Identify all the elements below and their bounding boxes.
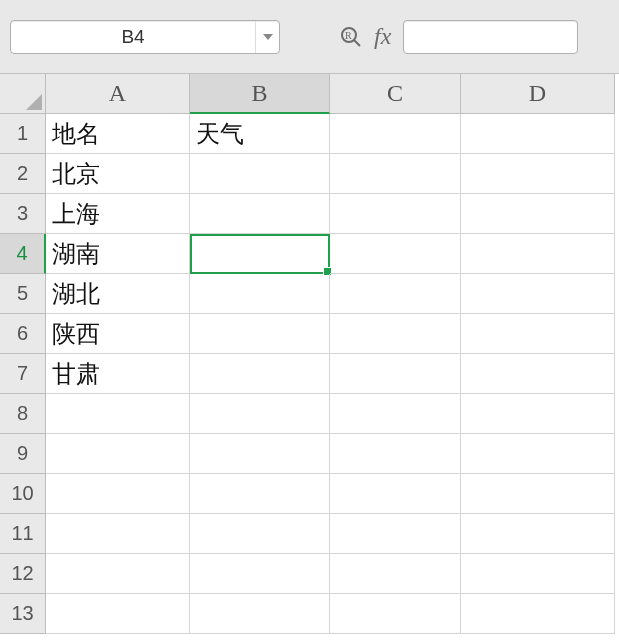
cell-D2[interactable] bbox=[461, 154, 615, 194]
cell-C1[interactable] bbox=[330, 114, 461, 154]
cell-A7[interactable]: 甘肃 bbox=[46, 354, 190, 394]
cell-D8[interactable] bbox=[461, 394, 615, 434]
cell-B7[interactable] bbox=[190, 354, 330, 394]
cell-C3[interactable] bbox=[330, 194, 461, 234]
svg-line-1 bbox=[354, 40, 360, 46]
cell-C6[interactable] bbox=[330, 314, 461, 354]
cell-A2[interactable]: 北京 bbox=[46, 154, 190, 194]
row-header-12[interactable]: 12 bbox=[0, 554, 46, 594]
column-header-B[interactable]: B bbox=[190, 74, 330, 114]
select-all-corner[interactable] bbox=[0, 74, 46, 114]
row-header-13[interactable]: 13 bbox=[0, 594, 46, 634]
cell-D10[interactable] bbox=[461, 474, 615, 514]
cell-B3[interactable] bbox=[190, 194, 330, 234]
cell-A13[interactable] bbox=[46, 594, 190, 634]
cell-B9[interactable] bbox=[190, 434, 330, 474]
cell-C10[interactable] bbox=[330, 474, 461, 514]
row-header-1[interactable]: 1 bbox=[0, 114, 46, 154]
name-box-wrap bbox=[10, 20, 280, 54]
row-header-6[interactable]: 6 bbox=[0, 314, 46, 354]
cell-C2[interactable] bbox=[330, 154, 461, 194]
cell-B1[interactable]: 天气 bbox=[190, 114, 330, 154]
cell-A4[interactable]: 湖南 bbox=[46, 234, 190, 274]
row-header-5[interactable]: 5 bbox=[0, 274, 46, 314]
cell-B6[interactable] bbox=[190, 314, 330, 354]
cell-D13[interactable] bbox=[461, 594, 615, 634]
formula-area: R fx bbox=[340, 20, 578, 54]
cell-C5[interactable] bbox=[330, 274, 461, 314]
cell-A1[interactable]: 地名 bbox=[46, 114, 190, 154]
row-header-3[interactable]: 3 bbox=[0, 194, 46, 234]
name-box-dropdown[interactable] bbox=[255, 21, 279, 53]
cell-B13[interactable] bbox=[190, 594, 330, 634]
column-header-A[interactable]: A bbox=[46, 74, 190, 114]
row-header-7[interactable]: 7 bbox=[0, 354, 46, 394]
cell-D9[interactable] bbox=[461, 434, 615, 474]
row-header-10[interactable]: 10 bbox=[0, 474, 46, 514]
cell-C8[interactable] bbox=[330, 394, 461, 434]
cell-C12[interactable] bbox=[330, 554, 461, 594]
cell-B8[interactable] bbox=[190, 394, 330, 434]
cell-C4[interactable] bbox=[330, 234, 461, 274]
row-header-2[interactable]: 2 bbox=[0, 154, 46, 194]
cell-C11[interactable] bbox=[330, 514, 461, 554]
cell-D1[interactable] bbox=[461, 114, 615, 154]
cell-D4[interactable] bbox=[461, 234, 615, 274]
cell-B5[interactable] bbox=[190, 274, 330, 314]
cell-A3[interactable]: 上海 bbox=[46, 194, 190, 234]
cell-D6[interactable] bbox=[461, 314, 615, 354]
cell-A9[interactable] bbox=[46, 434, 190, 474]
spreadsheet-grid[interactable]: ABCD1地名天气2北京3上海4湖南5湖北6陕西7甘肃8910111213 bbox=[0, 74, 619, 634]
find-icon[interactable]: R bbox=[340, 26, 362, 48]
cell-A5[interactable]: 湖北 bbox=[46, 274, 190, 314]
cell-B2[interactable] bbox=[190, 154, 330, 194]
row-header-9[interactable]: 9 bbox=[0, 434, 46, 474]
fx-icon[interactable]: fx bbox=[374, 23, 391, 50]
cell-B10[interactable] bbox=[190, 474, 330, 514]
cell-A6[interactable]: 陕西 bbox=[46, 314, 190, 354]
cell-A11[interactable] bbox=[46, 514, 190, 554]
cell-A10[interactable] bbox=[46, 474, 190, 514]
chevron-down-icon bbox=[263, 34, 273, 40]
cell-D3[interactable] bbox=[461, 194, 615, 234]
cell-D11[interactable] bbox=[461, 514, 615, 554]
cell-D12[interactable] bbox=[461, 554, 615, 594]
svg-text:R: R bbox=[345, 30, 352, 41]
cell-B11[interactable] bbox=[190, 514, 330, 554]
cell-C13[interactable] bbox=[330, 594, 461, 634]
cell-D5[interactable] bbox=[461, 274, 615, 314]
row-header-8[interactable]: 8 bbox=[0, 394, 46, 434]
formula-input[interactable] bbox=[403, 20, 578, 54]
cell-C7[interactable] bbox=[330, 354, 461, 394]
row-header-11[interactable]: 11 bbox=[0, 514, 46, 554]
cell-D7[interactable] bbox=[461, 354, 615, 394]
cell-C9[interactable] bbox=[330, 434, 461, 474]
cell-B12[interactable] bbox=[190, 554, 330, 594]
cell-A8[interactable] bbox=[46, 394, 190, 434]
row-header-4[interactable]: 4 bbox=[0, 234, 46, 274]
column-header-D[interactable]: D bbox=[461, 74, 615, 114]
formula-toolbar: R fx bbox=[0, 0, 619, 74]
cell-A12[interactable] bbox=[46, 554, 190, 594]
column-header-C[interactable]: C bbox=[330, 74, 461, 114]
name-box[interactable] bbox=[11, 21, 255, 53]
cell-B4[interactable] bbox=[190, 234, 330, 274]
